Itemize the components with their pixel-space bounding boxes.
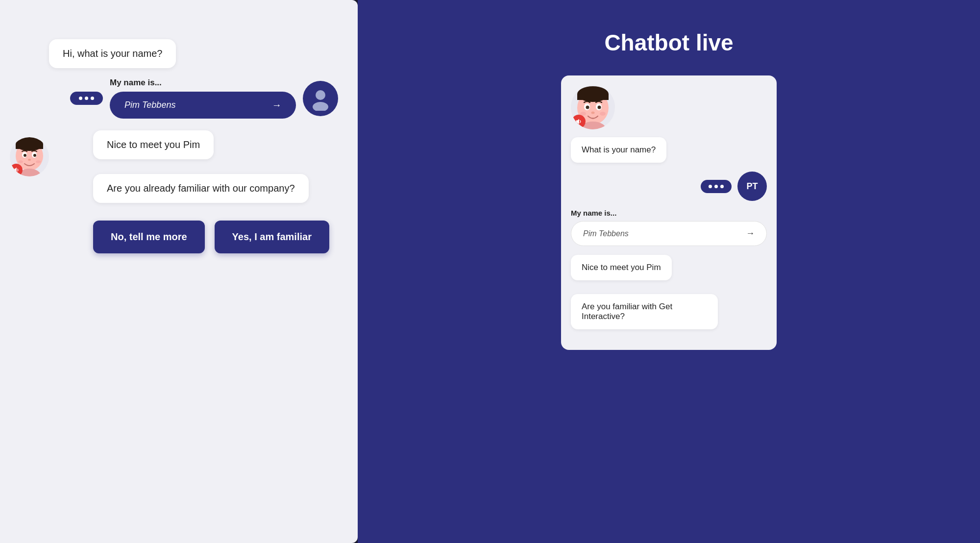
svg-point-19 — [598, 106, 601, 109]
btn-no-more[interactable]: No, tell me more — [93, 221, 205, 253]
svg-point-12 — [313, 102, 328, 111]
right-user-row: PT — [571, 172, 767, 201]
left-dots-toggle[interactable] — [70, 92, 103, 105]
dot3 — [91, 97, 94, 100]
svg-rect-2 — [16, 144, 43, 149]
bot-avatar-left — [10, 137, 49, 176]
right-dot3 — [720, 185, 724, 188]
left-buttons-row: No, tell me more Yes, I am familiar — [93, 221, 338, 253]
svg-point-7 — [28, 159, 31, 161]
right-dot1 — [709, 185, 712, 188]
right-user-avatar: PT — [737, 172, 767, 201]
svg-point-8 — [18, 160, 23, 163]
svg-point-5 — [24, 154, 26, 157]
left-user-avatar — [303, 81, 338, 116]
svg-point-11 — [316, 90, 325, 100]
right-speaker-button[interactable] — [572, 115, 586, 128]
speaker-button-left[interactable] — [10, 164, 23, 176]
left-arrow-icon: → — [271, 99, 281, 111]
svg-point-18 — [586, 106, 589, 109]
left-familiar-question: Are you already familiar with our compan… — [93, 174, 309, 203]
dot2 — [85, 97, 88, 100]
left-user-field-wrapper: My name is... Pim Tebbens → — [110, 78, 296, 119]
right-familiar-question: Are you familiar with Get Interactive? — [571, 294, 718, 329]
left-user-input-field[interactable]: Pim Tebbens → — [110, 92, 296, 119]
svg-rect-15 — [577, 94, 609, 100]
right-input-value: Pim Tebbens — [583, 229, 629, 238]
left-user-input-row: My name is... Pim Tebbens → — [49, 78, 338, 119]
right-chat-window: What is your name? PT My name is... Pim … — [561, 75, 777, 360]
svg-point-20 — [591, 112, 595, 114]
right-bot-avatar — [571, 85, 615, 129]
dot1 — [79, 97, 82, 100]
left-bot-greeting: Hi, what is your name? — [49, 39, 176, 68]
left-panel: Hi, what is your name? My name is... Pim… — [0, 0, 358, 543]
right-dot2 — [714, 185, 718, 188]
right-panel-title: Chatbot live — [604, 29, 733, 56]
right-chat-window-inner: What is your name? PT My name is... Pim … — [561, 75, 777, 350]
right-input-field[interactable]: Pim Tebbens → — [571, 221, 767, 246]
right-user-initials: PT — [746, 181, 758, 192]
left-input-value: Pim Tebbens — [124, 100, 175, 110]
right-dots-toggle[interactable] — [701, 180, 732, 193]
left-input-label: My name is... — [110, 78, 162, 88]
right-panel: Chatbot live — [358, 0, 980, 543]
bot-face-avatar — [10, 137, 49, 176]
btn-yes-familiar[interactable]: Yes, I am familiar — [215, 221, 329, 253]
left-chat-area: Hi, what is your name? My name is... Pim… — [49, 39, 338, 253]
svg-point-22 — [600, 112, 606, 116]
right-arrow-icon: → — [746, 228, 755, 239]
left-nice-to-meet: Nice to meet you Pim — [93, 130, 214, 159]
right-bot-greeting: What is your name? — [571, 137, 666, 163]
right-input-label: My name is... — [571, 209, 767, 217]
svg-point-6 — [33, 154, 36, 157]
right-nice-to-meet: Nice to meet you Pim — [571, 255, 672, 280]
svg-point-9 — [36, 160, 41, 163]
